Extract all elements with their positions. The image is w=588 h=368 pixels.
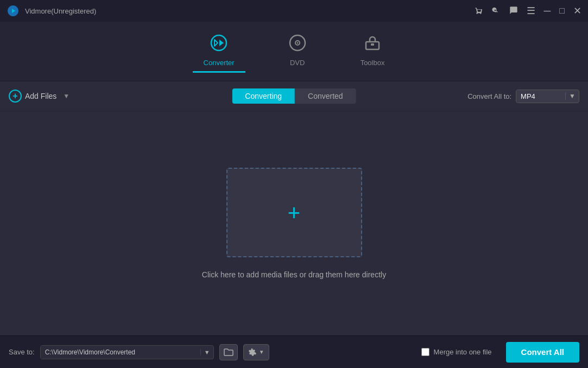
app-title: Vidmore(Unregistered) [25, 7, 96, 15]
merge-checkbox[interactable] [421, 348, 429, 356]
converted-tab[interactable]: Converted [295, 88, 356, 104]
nav-tabs: Converter DVD Toolbox [0, 22, 588, 81]
format-select-wrapper: MP4 MKV AVI MOV MP3 ▼ [516, 90, 579, 103]
save-to-label: Save to: [9, 348, 35, 356]
converting-converted-tabs: Converting Converted [232, 88, 356, 104]
settings-dropdown-arrow: ▼ [259, 349, 264, 355]
convert-all-to: Convert All to: MP4 MKV AVI MOV MP3 ▼ [467, 90, 579, 103]
folder-button[interactable] [219, 344, 238, 360]
converting-tab[interactable]: Converting [232, 88, 295, 104]
cart-icon[interactable] [475, 6, 483, 16]
close-button[interactable]: ✕ [573, 6, 581, 16]
save-path-dropdown-arrow[interactable]: ▼ [200, 349, 213, 356]
tab-converter-label: Converter [204, 59, 235, 67]
app-logo [7, 4, 20, 17]
converter-icon [210, 34, 227, 55]
tab-toolbox[interactable]: Toolbox [350, 30, 396, 73]
tab-toolbox-label: Toolbox [361, 59, 385, 67]
chat-icon[interactable] [509, 6, 518, 16]
title-bar-right: ☰ ─ □ ✕ [475, 6, 581, 16]
minimize-button[interactable]: ─ [544, 6, 551, 16]
format-select[interactable]: MP4 MKV AVI MOV MP3 [516, 90, 565, 103]
add-files-button[interactable]: + Add Files [9, 90, 56, 103]
maximize-button[interactable]: □ [559, 7, 565, 15]
tab-converter[interactable]: Converter [193, 30, 245, 73]
title-bar: Vidmore(Unregistered) ☰ ─ □ ✕ [0, 0, 588, 22]
add-files-dropdown-arrow[interactable]: ▼ [63, 92, 69, 100]
format-dropdown-arrow[interactable]: ▼ [565, 92, 579, 100]
drop-zone[interactable]: + [226, 168, 362, 257]
tab-dvd[interactable]: DVD [278, 30, 317, 73]
toolbox-icon [364, 34, 381, 55]
main-content: + Click here to add media files or drag … [0, 111, 588, 335]
add-files-label: Add Files [25, 92, 56, 100]
save-path-input[interactable] [41, 346, 200, 359]
convert-all-to-label: Convert All to: [467, 92, 511, 100]
title-bar-left: Vidmore(Unregistered) [7, 4, 96, 17]
svg-point-0 [211, 35, 226, 50]
add-files-icon: + [9, 90, 22, 103]
save-path-wrapper: ▼ [40, 345, 214, 359]
menu-icon[interactable]: ☰ [527, 6, 535, 16]
plus-icon: + [288, 202, 300, 224]
tab-dvd-label: DVD [290, 59, 305, 67]
key-icon[interactable] [492, 6, 501, 16]
toolbar: + Add Files ▼ Converting Converted Conve… [0, 81, 588, 111]
svg-point-3 [296, 42, 298, 44]
bottom-bar: Save to: ▼ ▼ Merge into one file Convert… [0, 335, 588, 368]
svg-rect-5 [371, 43, 374, 46]
merge-checkbox-wrap[interactable]: Merge into one file [421, 348, 492, 356]
drop-hint: Click here to add media files or drag th… [202, 270, 386, 279]
dvd-icon [289, 34, 306, 55]
settings-button[interactable]: ▼ [243, 344, 269, 360]
merge-label: Merge into one file [434, 348, 492, 356]
convert-all-button[interactable]: Convert All [506, 342, 579, 363]
